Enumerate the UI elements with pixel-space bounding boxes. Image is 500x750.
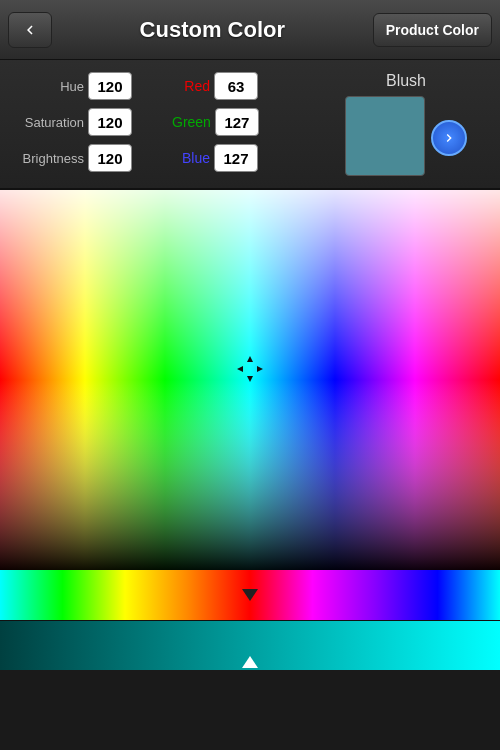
hsb-controls: Hue 120 Saturation 120 Brightness 120 <box>16 72 172 176</box>
svg-marker-3 <box>257 366 263 372</box>
back-icon <box>21 21 39 39</box>
saturation-label: Saturation <box>16 115 84 130</box>
svg-marker-2 <box>237 366 243 372</box>
controls-panel: Hue 120 Saturation 120 Brightness 120 Re… <box>0 60 500 190</box>
green-label: Green <box>172 114 211 130</box>
hue-row: Hue 120 <box>16 72 172 100</box>
saturation-value[interactable]: 120 <box>88 108 132 136</box>
red-row: Red 63 <box>172 72 258 100</box>
blue-row: Blue 127 <box>172 144 258 172</box>
red-label: Red <box>172 78 210 94</box>
color-picker-area[interactable] <box>0 190 500 570</box>
hue-slider[interactable] <box>0 570 500 620</box>
brightness-value[interactable]: 120 <box>88 144 132 172</box>
brightness-slider[interactable] <box>0 620 500 670</box>
svg-marker-0 <box>247 356 253 362</box>
color-name: Blush <box>386 72 426 90</box>
hue-label: Hue <box>16 79 84 94</box>
crosshair <box>235 354 265 384</box>
hue-slider-thumb <box>242 589 258 601</box>
hue-value[interactable]: 120 <box>88 72 132 100</box>
color-swatch <box>345 96 425 176</box>
green-value[interactable]: 127 <box>215 108 259 136</box>
brightness-row: Brightness 120 <box>16 144 172 172</box>
rgb-controls: Red 63 Green 127 Blue 127 <box>172 72 328 176</box>
back-button[interactable] <box>8 12 52 48</box>
color-preview: Blush <box>328 72 484 176</box>
blue-label: Blue <box>172 150 210 166</box>
svg-marker-1 <box>247 376 253 382</box>
product-color-button[interactable]: Product Color <box>373 13 492 47</box>
crosshair-icon <box>235 354 265 384</box>
blue-value[interactable]: 127 <box>214 144 258 172</box>
green-row: Green 127 <box>172 108 259 136</box>
next-icon <box>441 130 457 146</box>
red-value[interactable]: 63 <box>214 72 258 100</box>
next-button[interactable] <box>431 120 467 156</box>
saturation-row: Saturation 120 <box>16 108 172 136</box>
brightness-slider-thumb <box>242 656 258 668</box>
page-title: Custom Color <box>52 17 373 43</box>
app-header: Custom Color Product Color <box>0 0 500 60</box>
brightness-label: Brightness <box>16 151 84 166</box>
